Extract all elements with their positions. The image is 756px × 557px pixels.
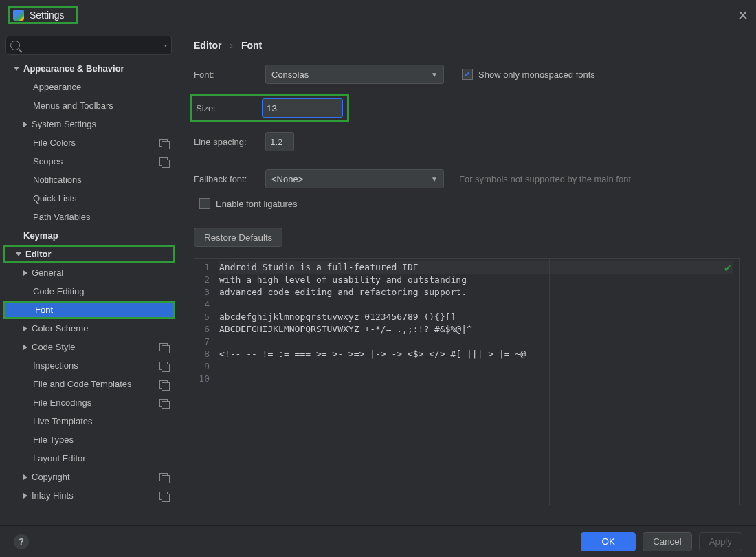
line-spacing-input[interactable] xyxy=(265,132,294,151)
apply-button[interactable]: Apply xyxy=(699,532,742,551)
tree-general[interactable]: General xyxy=(3,263,175,282)
search-icon xyxy=(10,41,20,50)
scheme-icon xyxy=(159,362,168,370)
fallback-dropdown[interactable]: <None> ▼ xyxy=(265,169,444,188)
tree-path-variables[interactable]: Path Variables xyxy=(3,208,175,226)
chevron-down-icon xyxy=(14,67,19,71)
row-line-spacing: Line spacing: xyxy=(194,132,740,151)
gutter-line: 7 xyxy=(194,336,210,348)
tree-scopes[interactable]: Scopes xyxy=(3,152,175,171)
gutter-line: 8 xyxy=(194,348,210,360)
code-line xyxy=(219,373,733,385)
chevron-right-icon xyxy=(23,345,27,350)
code-line: <!-- -- != := === >= >- >=> |-> -> <$> <… xyxy=(219,348,733,360)
checkbox-icon xyxy=(462,69,473,80)
code-line: with a high level of usability and outst… xyxy=(219,274,733,286)
tree-appearance[interactable]: Appearance xyxy=(3,78,175,96)
tree-quick-lists[interactable]: Quick Lists xyxy=(3,189,175,208)
font-label: Font: xyxy=(194,69,256,80)
window-title: Settings xyxy=(30,10,65,21)
code-line: Android Studio is a full-featured IDE xyxy=(219,261,733,274)
footer-buttons: OK Cancel Apply xyxy=(581,532,742,551)
row-fallback: Fallback font: <None> ▼ For symbols not … xyxy=(194,169,740,188)
body: ▾ Appearance & Behavior Appearance Menus… xyxy=(0,30,756,525)
code-line: advanced code editing and refactoring su… xyxy=(219,286,733,298)
tree-code-editing[interactable]: Code Editing xyxy=(3,282,175,301)
scheme-icon xyxy=(159,343,168,351)
chevron-down-icon: ▼ xyxy=(431,71,438,78)
divider xyxy=(194,219,740,219)
titlebar: Settings xyxy=(0,0,756,30)
ok-button[interactable]: OK xyxy=(581,532,636,551)
tree-notifications[interactable]: Notifications xyxy=(3,171,175,189)
tree-keymap[interactable]: Keymap xyxy=(3,226,175,245)
tree-system-settings[interactable]: System Settings xyxy=(3,115,175,133)
tree-inspections[interactable]: Inspections xyxy=(3,356,175,375)
main-panel: Editor › Font Font: Consolas ▼ Show only… xyxy=(177,30,756,525)
check-icon: ✔ xyxy=(724,263,732,274)
monospaced-checkbox-wrap[interactable]: Show only monospaced fonts xyxy=(462,69,595,80)
gutter-line: 3 xyxy=(194,286,210,298)
code-line xyxy=(219,336,733,348)
scheme-icon xyxy=(159,380,168,389)
monospaced-label: Show only monospaced fonts xyxy=(478,69,595,80)
size-highlight-box: Size: xyxy=(190,94,349,122)
gutter-line: 5 xyxy=(194,311,210,323)
gutter-line: 9 xyxy=(194,360,210,373)
scheme-icon xyxy=(159,492,168,500)
close-icon[interactable] xyxy=(738,10,748,20)
code-area[interactable]: Android Studio is a full-featured IDEwit… xyxy=(214,259,739,505)
tree-file-colors[interactable]: File Colors xyxy=(3,133,175,152)
sidebar: ▾ Appearance & Behavior Appearance Menus… xyxy=(0,30,177,525)
tree-menus-toolbars[interactable]: Menus and Toolbars xyxy=(3,96,175,115)
footer: ? OK Cancel Apply xyxy=(0,525,756,557)
row-font: Font: Consolas ▼ Show only monospaced fo… xyxy=(194,65,740,84)
search-dropdown-icon[interactable]: ▾ xyxy=(164,43,167,49)
tree-editor[interactable]: Editor xyxy=(3,245,175,263)
tree-live-templates[interactable]: Live Templates xyxy=(3,412,175,430)
chevron-down-icon xyxy=(16,252,21,256)
scheme-icon xyxy=(159,157,168,166)
tree-color-scheme[interactable]: Color Scheme xyxy=(3,319,175,338)
gutter: 12345678910 xyxy=(194,259,214,505)
scheme-icon xyxy=(159,139,168,147)
row-ligatures: Enable font ligatures xyxy=(199,198,740,209)
code-line xyxy=(219,360,733,373)
gutter-line: 4 xyxy=(194,298,210,311)
breadcrumb-editor[interactable]: Editor xyxy=(194,40,221,51)
fallback-value: <None> xyxy=(271,174,303,184)
chevron-right-icon xyxy=(23,493,27,499)
search-input-wrap[interactable]: ▾ xyxy=(5,36,172,55)
size-input[interactable] xyxy=(262,98,343,118)
tree-inlay-hints[interactable]: Inlay Hints xyxy=(3,486,175,505)
chevron-right-icon xyxy=(23,474,27,480)
tree-copyright[interactable]: Copyright xyxy=(3,468,175,486)
size-label: Size: xyxy=(196,103,252,113)
chevron-down-icon: ▼ xyxy=(431,175,438,183)
titlebar-left: Settings xyxy=(8,6,78,24)
tree-file-code-templates[interactable]: File and Code Templates xyxy=(3,375,175,393)
code-line xyxy=(219,298,733,311)
tree-file-encodings[interactable]: File Encodings xyxy=(3,393,175,412)
checkbox-icon xyxy=(199,198,210,209)
gutter-line: 6 xyxy=(194,323,210,336)
font-dropdown[interactable]: Consolas ▼ xyxy=(265,65,444,84)
tree-appearance-behavior[interactable]: Appearance & Behavior xyxy=(3,59,175,78)
restore-defaults-button[interactable]: Restore Defaults xyxy=(194,228,282,247)
line-spacing-label: Line spacing: xyxy=(194,137,256,147)
preview-splitter[interactable] xyxy=(549,259,550,505)
code-line: abcdefghijklmnopqrstuvwxyz 0123456789 ()… xyxy=(219,311,733,323)
help-button[interactable]: ? xyxy=(14,534,29,549)
scheme-icon xyxy=(159,473,168,481)
settings-tree: Appearance & Behavior Appearance Menus a… xyxy=(3,59,175,505)
cancel-button[interactable]: Cancel xyxy=(643,532,692,551)
tree-code-style[interactable]: Code Style xyxy=(3,338,175,356)
fallback-label: Fallback font: xyxy=(194,174,256,184)
tree-layout-editor[interactable]: Layout Editor xyxy=(3,449,175,468)
ligatures-checkbox-wrap[interactable]: Enable font ligatures xyxy=(199,198,298,209)
search-input[interactable] xyxy=(24,41,162,51)
code-line: ABCDEFGHIJKLMNOPQRSTUVWXYZ +-*/= .,;:!? … xyxy=(219,323,733,336)
tree-font[interactable]: Font xyxy=(3,301,175,319)
label: Appearance & Behavior xyxy=(23,63,124,74)
tree-file-types[interactable]: File Types xyxy=(3,430,175,449)
